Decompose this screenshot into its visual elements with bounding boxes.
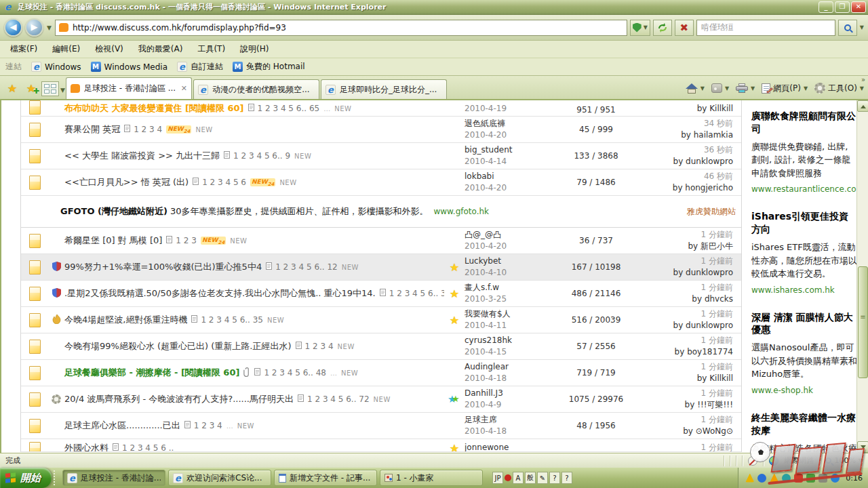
links-bar-item-1[interactable]: MWindows Media <box>91 62 167 72</box>
menu-item-2[interactable]: 檢視(V) <box>87 41 131 58</box>
sidebar-ad-link[interactable]: www.e-shop.hk <box>751 386 813 395</box>
tab-0[interactable]: 足球投注 - 香港討論區 ...✕ <box>66 77 192 99</box>
menu-item-4[interactable]: 工具(T) <box>190 41 233 58</box>
tab-1[interactable]: e动漫の使者的优酷视频空... <box>193 79 319 99</box>
scroll-down-button[interactable] <box>857 441 868 453</box>
search-button[interactable] <box>838 20 857 36</box>
last-post-by-link[interactable]: by hongjericho <box>634 182 733 194</box>
links-bar-item-3[interactable]: M免費的 Hotmail <box>233 61 305 73</box>
thread-author-link[interactable]: big_student <box>465 145 512 155</box>
thread-pages-links[interactable]: 1 2 3 4 5 6.. 48 <box>254 368 326 378</box>
stop-button[interactable]: ✖ <box>675 20 694 36</box>
pages-text[interactable]: 1 2 3 4 5 6.. 12 <box>275 262 338 272</box>
links-bar-item-0[interactable]: eWindows <box>31 62 81 72</box>
thread-author-link[interactable]: 凸@_@凸 <box>465 230 501 239</box>
thread-title-link[interactable]: .星期2又係我既精選.50/50多謝各位老友支持.我出心水問心無愧.. 重心19… <box>64 287 376 300</box>
ime-button-4[interactable]: ✎ <box>537 472 548 484</box>
sidebar-ad-link[interactable]: www.ishares.com.hk <box>751 285 835 295</box>
thread-pages-links[interactable]: 1 2 3 4 5 6.. 65 <box>248 104 320 113</box>
help-icon[interactable] <box>831 474 840 483</box>
pages-text[interactable]: 1 2 3 4 5 6 .. <box>122 443 174 452</box>
last-post-by-link[interactable]: by boy181774 <box>634 346 733 358</box>
history-dropdown-icon[interactable]: ▼ <box>46 24 52 31</box>
update-icon[interactable] <box>794 474 803 483</box>
feeds-button[interactable]: ▼ <box>711 83 729 93</box>
zoom-control[interactable]: 100% ▼ <box>825 456 863 465</box>
taskbar-task-3[interactable]: 1 - 小畫家 <box>380 470 483 486</box>
last-post-by-link[interactable]: by ⊙WoNg⊙ <box>634 426 733 437</box>
pages-text[interactable]: 1 2 3 4 5 6.. 72 <box>307 394 370 404</box>
last-post-by-link[interactable]: by dunklowpro <box>634 320 733 331</box>
last-post-by-link[interactable]: by dhvcks <box>634 293 733 305</box>
sidebar-ad-title[interactable]: 深層 清潔 面膜情人節大優惠 <box>751 311 857 337</box>
thread-pages-links[interactable]: 1 2 3 <box>166 236 197 245</box>
thread-pages-links[interactable]: 1 2 3 4 5 6.. 35 <box>191 315 263 325</box>
print-button[interactable]: ▼ <box>736 83 755 93</box>
sidebar-ad-title[interactable]: iShares引領更佳投資方向 <box>751 210 857 236</box>
sidebar-ad-title[interactable]: 廣聯飲食牌照顧問有限公司 <box>751 110 857 136</box>
thread-pages-links[interactable]: 1 2 3 4 5 6 <box>193 178 246 187</box>
forward-button[interactable]: ▶ <box>25 18 43 37</box>
sidebar-ad-link[interactable]: www.restaurantlicence.com <box>751 184 864 194</box>
thread-pages-links[interactable]: 1 2 3 4 <box>184 421 222 430</box>
last-post-by-link[interactable]: by dunklowpro <box>634 156 733 167</box>
ime-button-2[interactable]: A <box>513 472 524 484</box>
url-field[interactable]: http://www.discuss.com.hk/forumdisplay.p… <box>55 20 627 36</box>
taskbar-task-2[interactable]: 新增文字文件 - 記事... <box>274 470 377 486</box>
ime-button-3[interactable]: 般 <box>525 472 536 484</box>
last-post-by-link[interactable]: by Killkill <box>634 373 733 384</box>
favorites-star-icon[interactable]: ★ <box>3 79 21 97</box>
thread-title-link[interactable]: 今晚有場99%絕殺心水 (超重心已出) (重新上路.正經出水) <box>64 340 292 352</box>
menu-item-0[interactable]: 檔案(F) <box>3 41 45 58</box>
thread-author-link[interactable]: Audinglear <box>465 362 509 371</box>
last-post-by-link[interactable]: by hailamkia <box>634 129 733 141</box>
pages-text[interactable]: 1 2 3 4 5 6.. 65 <box>258 104 320 113</box>
thread-pages-links[interactable]: 1 2 3 4 5 6.. 9 <box>224 151 290 161</box>
pages-text[interactable]: 1 2 3 4 5 6.. 33 <box>389 289 444 298</box>
page-menu-button[interactable]: 網頁(P)▼ <box>762 83 808 94</box>
menu-item-5[interactable]: 說明(H) <box>233 41 276 58</box>
back-button[interactable]: ◀ <box>4 18 22 37</box>
thread-author-link[interactable]: lokbabi <box>465 171 494 181</box>
last-post-by-link[interactable]: by dunklowpro <box>634 267 733 279</box>
thread-author-link[interactable]: cyrus218hk <box>465 336 512 345</box>
last-post-by-link[interactable]: by Killkill <box>634 103 733 115</box>
sidebar-ad-title[interactable]: 終生美麗美容纖體一水療按摩 <box>751 411 857 437</box>
pages-text[interactable]: 1 2 3 4 5 6.. 9 <box>233 151 290 161</box>
privacy-eye-icon[interactable] <box>748 456 757 466</box>
security-shield-button[interactable]: ▼ <box>630 20 650 36</box>
home-button[interactable]: ▼ <box>686 83 705 94</box>
thread-pages-links[interactable]: 1 2 3 4 5 6.. 72 <box>298 394 370 404</box>
start-button[interactable]: 開始 <box>0 468 52 488</box>
last-post-by-link[interactable]: by !!!可樂!!! <box>634 399 733 411</box>
scroll-up-button[interactable] <box>857 100 868 112</box>
thread-pages-links[interactable]: 1 2 3 4 5 6.. 33 <box>380 289 444 298</box>
thread-author-link[interactable]: 我要做有$人 <box>465 309 511 319</box>
tools-menu-button[interactable]: 工具(O)▼ <box>814 83 864 94</box>
thread-title-link[interactable]: 外國心水料 <box>64 442 108 452</box>
thread-author-link[interactable]: 畫人s.f.w <box>465 283 499 292</box>
add-favorite-icon[interactable]: ★✚ <box>22 79 40 97</box>
thread-pages-links[interactable]: 1 2 3 4 5 6.. 12 <box>266 262 338 272</box>
thread-title-link[interactable]: 今晚4場超堅波,絕對係重注時機 <box>64 314 187 326</box>
network-icon[interactable] <box>806 474 815 483</box>
messenger-icon[interactable] <box>757 474 766 483</box>
thread-author-link[interactable]: Danhill.J3 <box>465 388 503 398</box>
maximize-button[interactable]: ❐ <box>835 1 850 13</box>
links-bar-item-2[interactable]: e自訂連結 <box>177 61 223 73</box>
sync-icon[interactable] <box>782 474 791 483</box>
pages-text[interactable]: 1 2 3 4 5 6.. 48 <box>264 368 326 378</box>
warning-icon[interactable] <box>770 474 778 483</box>
search-input[interactable]: 啃僅琀狟 <box>696 20 835 36</box>
ime-button-0[interactable]: JP <box>492 472 503 484</box>
pages-text[interactable]: 1 2 3 4 5 6 <box>202 178 246 187</box>
security-alert-icon[interactable] <box>745 474 754 483</box>
thread-author-link[interactable]: 足球主席 <box>465 415 497 424</box>
thread-pages-links[interactable]: 1 2 3 4 5 6 .. <box>113 443 174 452</box>
thread-title-link[interactable]: << 大學生 賭波當投資 >> 九出十三歸 <box>64 150 220 162</box>
tab-close-icon[interactable]: ✕ <box>181 84 187 93</box>
ime-dot-icon[interactable] <box>505 474 511 481</box>
tab-2[interactable]: e足球即時比分_足球比分_... <box>321 79 447 99</box>
ime-button-6[interactable]: ? <box>561 472 572 484</box>
thread-title-link[interactable]: 足球餐廳俱樂部 - 潮擦摩佬 - [閱讀權限 60] <box>64 367 239 379</box>
